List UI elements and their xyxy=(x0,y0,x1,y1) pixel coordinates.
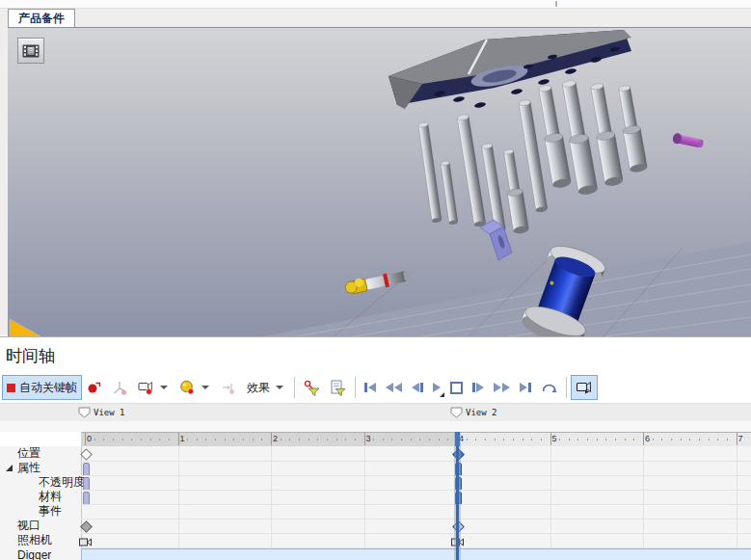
light-keyframe-button[interactable] xyxy=(174,375,216,400)
playhead-ruler-marker[interactable] xyxy=(455,432,460,446)
ruler-tick-minor xyxy=(699,439,700,440)
ruler-tick-minor xyxy=(531,439,532,440)
ruler-tick-major xyxy=(271,433,272,445)
ruler-tick-minor xyxy=(625,439,626,440)
track-label-位置[interactable]: 位置 xyxy=(17,446,40,461)
step-back-button[interactable] xyxy=(407,376,428,399)
tab-label: 产品备件 xyxy=(18,11,65,27)
ruler-tick-minor xyxy=(577,439,578,440)
viewport-3d[interactable] xyxy=(8,27,751,336)
filter-keys-button[interactable] xyxy=(299,375,325,400)
ruler-tick-minor xyxy=(661,439,662,440)
row-separator xyxy=(81,504,751,505)
filmstrip-icon xyxy=(22,44,40,58)
effects-dropdown-button[interactable]: 效果 xyxy=(242,375,290,400)
ruler-tick-minor xyxy=(141,439,142,440)
ruler-tick-minor xyxy=(485,439,486,440)
play-button[interactable] xyxy=(428,376,445,399)
track-label-视口[interactable]: 视口 xyxy=(17,519,40,533)
row-separator xyxy=(81,533,751,534)
ruler-tick-minor xyxy=(131,439,132,440)
insert-keyframe-button-disabled[interactable] xyxy=(216,375,242,400)
view-marker-label: View 1 xyxy=(94,408,125,417)
fast-forward-button[interactable] xyxy=(489,376,515,399)
document-filter-icon xyxy=(330,380,346,396)
ruler-tick-minor xyxy=(475,439,476,440)
yellow-ball-keyframe-icon xyxy=(179,380,196,395)
film-button[interactable] xyxy=(17,38,44,64)
ruler-tick-major xyxy=(85,433,86,445)
camera-keyframe-button[interactable] xyxy=(133,375,174,400)
fast-rewind-button[interactable] xyxy=(381,376,407,399)
expand-toggle-属性[interactable] xyxy=(6,465,13,471)
ruler-tick-minor xyxy=(709,439,710,440)
row-separator xyxy=(81,461,751,462)
view-marker-2[interactable]: View 2 xyxy=(450,407,497,418)
position-keyframe-button-disabled[interactable] xyxy=(107,375,133,400)
ruler-tick-minor xyxy=(336,439,337,440)
track-label-照相机[interactable]: 照相机 xyxy=(17,533,52,547)
playhead[interactable] xyxy=(454,432,461,560)
track-label-事件[interactable]: 事件 xyxy=(39,504,62,519)
track-label-不透明度[interactable]: 不透明度 xyxy=(39,475,85,490)
ruler-tick-major xyxy=(737,433,738,445)
ruler-tick-minor xyxy=(391,439,392,440)
effects-label: 效果 xyxy=(247,380,270,396)
ruler-tick-minor xyxy=(587,439,588,440)
record-camera-toggle[interactable] xyxy=(571,375,598,400)
grid-line xyxy=(550,446,551,560)
keyframe-材料-t0[interactable] xyxy=(83,492,90,505)
ruler-tick-minor xyxy=(541,439,542,440)
track-label-属性[interactable]: 属性 xyxy=(17,461,40,475)
insert-keyframe-icon xyxy=(221,380,237,395)
ruler-tick-minor xyxy=(401,439,402,440)
timeline-toolbar: 自动关键帧 xyxy=(2,374,598,401)
ruler-tick-minor xyxy=(373,439,374,440)
ruler-tick-minor xyxy=(215,439,216,440)
record-camera-icon xyxy=(576,380,593,395)
ruler-tick-minor xyxy=(355,439,356,440)
go-to-start-button[interactable] xyxy=(360,376,381,399)
ruler-tick-minor xyxy=(467,439,468,440)
ruler-tick-minor xyxy=(103,439,104,440)
timeline-panel: 时间轴 自动关键帧 xyxy=(0,336,751,560)
loop-icon xyxy=(541,381,557,395)
ruler-tick-label: 7 xyxy=(738,434,743,443)
step-forward-button[interactable] xyxy=(468,376,489,399)
floor-grid xyxy=(263,242,751,336)
ruler-tick-minor xyxy=(559,439,560,440)
set-keyframe-button[interactable] xyxy=(82,375,107,400)
ruler-tick-minor xyxy=(299,439,300,440)
ruler-tick-minor xyxy=(429,439,430,440)
auto-keyframe-button[interactable]: 自动关键帧 xyxy=(2,375,82,400)
ruler-tick-minor xyxy=(317,439,318,440)
stop-button[interactable] xyxy=(445,376,468,399)
ruler-tick-minor xyxy=(197,439,198,440)
triad-icon xyxy=(112,380,128,395)
digger-track-band[interactable] xyxy=(81,548,751,560)
track-label-材料[interactable]: 材料 xyxy=(39,490,62,504)
viewport-margin xyxy=(0,27,8,335)
ruler-tick-minor xyxy=(159,439,160,440)
track-label-Digger[interactable]: Digger xyxy=(17,547,51,560)
view-marker-1[interactable]: View 1 xyxy=(78,407,125,418)
ruler-tick-minor xyxy=(308,439,309,440)
ruler-tick-minor xyxy=(681,439,682,440)
view-marker-label: View 2 xyxy=(466,408,497,417)
play-options-caret[interactable] xyxy=(440,392,444,397)
ruler-tick-minor xyxy=(94,439,95,440)
tab-product-parts[interactable]: 产品备件 xyxy=(8,9,75,27)
keyframe-不透明度-t0[interactable] xyxy=(83,477,90,491)
ruler-tick-minor xyxy=(513,439,514,440)
ruler-tick-minor xyxy=(345,439,346,440)
go-to-end-button[interactable] xyxy=(515,376,536,399)
view-changed-indicator xyxy=(10,319,40,336)
dropdown-caret xyxy=(276,386,283,389)
ruler-tick-minor xyxy=(653,439,654,440)
ruler-tick-minor xyxy=(150,439,151,440)
row-separator xyxy=(81,475,751,476)
top-splitter-handle[interactable] xyxy=(555,1,557,7)
filter-list-button[interactable] xyxy=(325,375,351,400)
loop-button[interactable] xyxy=(536,376,562,399)
ruler-tick-label: 2 xyxy=(273,434,278,443)
